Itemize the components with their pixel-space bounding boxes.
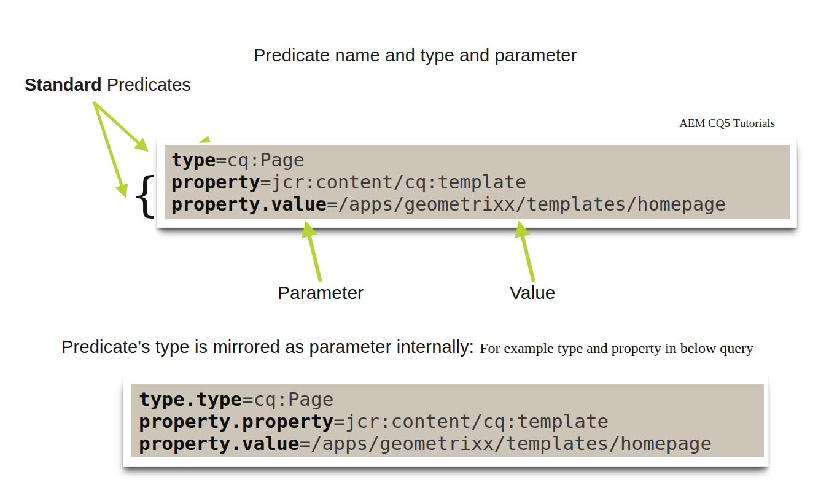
code-value: =jcr:content/cq:template	[333, 410, 609, 432]
mirrored-predicates-code-card: type.type=cq:Page property.property=jcr:…	[123, 376, 769, 467]
code-line: type=cq:Page	[171, 149, 790, 171]
arrow-parameter-icon	[309, 234, 321, 282]
code-value: =/apps/geometrixx/templates/homepage	[299, 432, 712, 454]
curly-brace: {	[130, 171, 160, 219]
code-line: property.value=/apps/geometrixx/template…	[139, 432, 764, 454]
watermark-text: AEM CQ5 Tūtoriāls	[675, 117, 775, 130]
code-key: property.property	[139, 410, 333, 432]
parameter-callout-label: Parameter	[278, 282, 364, 303]
slide-canvas: Predicate name and type and parameter St…	[0, 0, 829, 504]
mirrored-parameter-heading: Predicate's type is mirrored as paramete…	[61, 337, 753, 357]
arrow-standard-to-brace-icon	[95, 103, 122, 187]
code-line: property=jcr:content/cq:template	[171, 171, 790, 193]
page-title: Predicate name and type and parameter	[254, 45, 577, 66]
arrow-standard-to-card-icon	[93, 102, 140, 144]
code-block-2: type.type=cq:Page property.property=jcr:…	[131, 384, 764, 457]
standard-predicates-label-regular: Predicates	[102, 75, 191, 95]
code-key: type.type	[139, 388, 242, 410]
arrow-value-icon	[522, 234, 534, 282]
mirrored-parameter-heading-sans: Predicate's type is mirrored as paramete…	[61, 337, 474, 357]
standard-predicates-label: Standard Predicates	[25, 75, 191, 95]
code-key: type	[171, 149, 216, 171]
standard-predicates-label-bold: Standard	[25, 75, 102, 95]
code-value: =cq:Page	[242, 388, 333, 410]
code-line: property.property=jcr:content/cq:templat…	[139, 410, 764, 432]
code-value: =/apps/geometrixx/templates/homepage	[327, 193, 726, 215]
code-key: property.value	[139, 432, 299, 454]
code-block-1: type=cq:Page property=jcr:content/cq:tem…	[165, 145, 790, 219]
value-callout-label: Value	[510, 282, 556, 303]
code-key: property.value	[171, 193, 327, 215]
mirrored-parameter-heading-serif: For example type and property in below q…	[480, 340, 753, 357]
code-line: type.type=cq:Page	[139, 388, 764, 410]
code-key: property	[171, 171, 260, 193]
standard-predicates-code-card: type=cq:Page property=jcr:content/cq:tem…	[157, 138, 797, 228]
code-value: =jcr:content/cq:template	[260, 171, 526, 193]
code-value: =cq:Page	[216, 149, 305, 171]
code-line: property.value=/apps/geometrixx/template…	[171, 193, 790, 215]
